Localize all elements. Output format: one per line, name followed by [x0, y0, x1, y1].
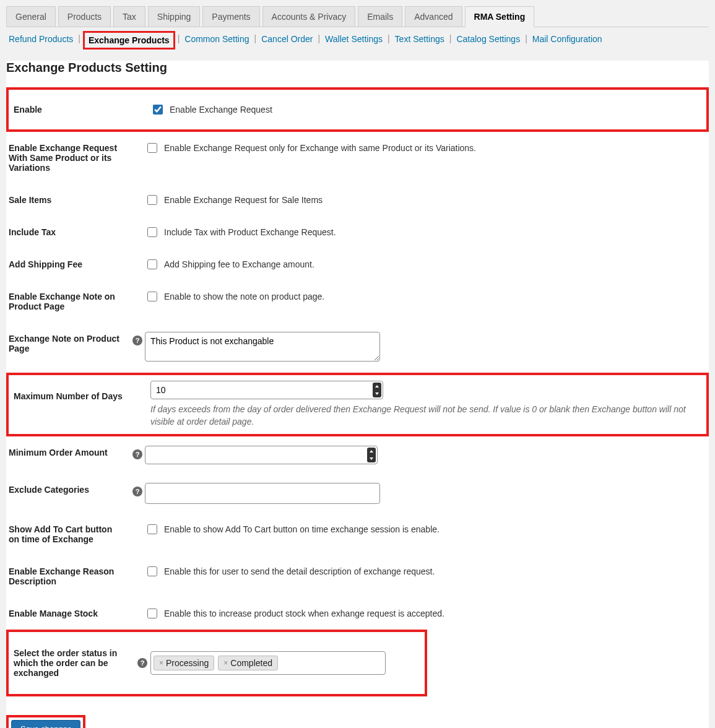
primary-tabs: General Products Tax Shipping Payments A… — [6, 6, 709, 27]
tab-general[interactable]: General — [6, 6, 56, 27]
checkbox-manage-stock[interactable] — [147, 609, 157, 618]
label-include-tax: Include Tax — [6, 216, 130, 248]
spinner-icon[interactable] — [373, 383, 381, 397]
checkbox-note-page[interactable] — [147, 292, 157, 301]
checkbox-include-tax[interactable] — [147, 227, 157, 237]
label-enable: Enable — [11, 93, 135, 126]
label-add-to-cart: Show Add To Cart button on time of Excha… — [6, 513, 130, 555]
tab-tax[interactable]: Tax — [113, 6, 145, 27]
label-note-page: Enable Exchange Note on Product Page — [6, 280, 130, 323]
sub-tabs: Refund Products| Exchange Products| Comm… — [6, 27, 709, 54]
text-add-to-cart: Enable to show Add To Cart button on tim… — [164, 524, 440, 534]
text-same-product: Enable Exchange Request only for Exchang… — [164, 143, 476, 153]
help-icon[interactable]: ? — [132, 449, 142, 459]
label-exclude-cat: Exclude Categories — [6, 474, 130, 513]
tab-advanced[interactable]: Advanced — [405, 6, 462, 27]
text-include-tax: Include Tax with Product Exchange Reques… — [164, 227, 336, 237]
subtab-refund-products[interactable]: Refund Products — [6, 33, 76, 50]
text-enable-exchange: Enable Exchange Request — [170, 105, 272, 115]
input-max-days[interactable] — [150, 381, 383, 399]
label-manage-stock: Enable Manage Stock — [6, 597, 130, 630]
subtab-cancel-order[interactable]: Cancel Order — [259, 33, 315, 50]
desc-max-days: If days exceeds from the day of order de… — [150, 403, 703, 428]
help-icon[interactable]: ? — [137, 658, 147, 668]
text-reason-desc: Enable this for user to send the detail … — [164, 566, 435, 576]
text-note-page: Enable to show the note on product page. — [164, 292, 324, 301]
multiselect-order-status[interactable]: ×Processing ×Completed — [150, 651, 386, 675]
checkbox-reason-desc[interactable] — [147, 566, 157, 576]
text-shipping-fee: Add Shipping fee to Exchange amount. — [164, 259, 314, 269]
tab-rma-setting[interactable]: RMA Setting — [465, 6, 535, 27]
text-manage-stock: Enable this to increase product stock wh… — [164, 609, 444, 618]
label-shipping-fee: Add Shipping Fee — [6, 248, 130, 280]
label-same-product: Enable Exchange Request With Same Produc… — [6, 132, 130, 184]
subtab-mail-configuration[interactable]: Mail Configuration — [530, 33, 605, 50]
text-sale-items: Enable Exchange Request for Sale Items — [164, 195, 323, 205]
select-exclude-categories[interactable] — [145, 483, 380, 504]
label-order-status: Select the order status in which the ord… — [11, 637, 135, 689]
tab-emails[interactable]: Emails — [358, 6, 402, 27]
subtab-catalog-settings[interactable]: Catalog Settings — [454, 33, 522, 50]
label-max-days: Maximum Number of Days — [11, 380, 135, 429]
close-icon[interactable]: × — [159, 659, 163, 667]
label-sale-items: Sale Items — [6, 184, 130, 216]
subtab-text-settings[interactable]: Text Settings — [392, 33, 447, 50]
checkbox-shipping-fee[interactable] — [147, 259, 157, 269]
subtab-exchange-products[interactable]: Exchange Products — [83, 31, 175, 50]
page-title: Exchange Products Setting — [6, 61, 709, 75]
checkbox-same-product[interactable] — [147, 143, 157, 153]
label-reason-desc: Enable Exchange Reason Description — [6, 555, 130, 597]
close-icon[interactable]: × — [223, 659, 228, 667]
chip-completed[interactable]: ×Completed — [218, 656, 278, 670]
tab-payments[interactable]: Payments — [202, 6, 259, 27]
input-min-amount[interactable] — [145, 446, 378, 464]
checkbox-sale-items[interactable] — [147, 195, 157, 205]
textarea-exchange-note[interactable] — [145, 332, 380, 362]
label-min-amount: Minimum Order Amount — [6, 436, 130, 474]
save-button[interactable]: Save changes — [11, 720, 80, 728]
subtab-wallet-settings[interactable]: Wallet Settings — [323, 33, 385, 50]
tab-shipping[interactable]: Shipping — [148, 6, 201, 27]
tab-products[interactable]: Products — [58, 6, 111, 27]
subtab-common-setting[interactable]: Common Setting — [182, 33, 251, 50]
checkbox-enable-exchange[interactable] — [153, 105, 163, 115]
label-note-text: Exchange Note on Product Page — [6, 323, 130, 373]
spinner-icon[interactable] — [367, 448, 376, 462]
help-icon[interactable]: ? — [132, 336, 142, 345]
chip-processing[interactable]: ×Processing — [154, 656, 214, 670]
checkbox-add-to-cart[interactable] — [147, 524, 157, 534]
tab-accounts-privacy[interactable]: Accounts & Privacy — [262, 6, 356, 27]
help-icon[interactable]: ? — [132, 487, 142, 496]
